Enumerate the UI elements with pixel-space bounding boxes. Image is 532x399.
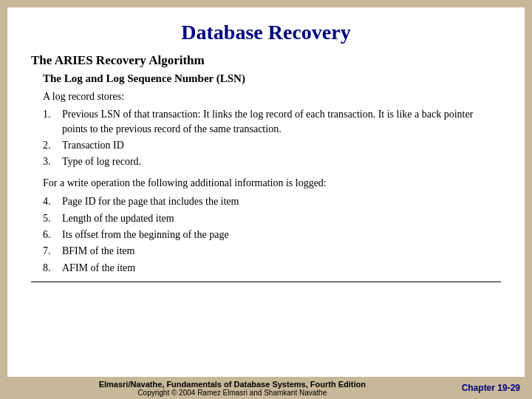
write-list-text: Its offset from the beginning of the pag… <box>62 228 501 242</box>
write-list-num: 8. <box>43 261 62 276</box>
chapter-label: Chapter 19-29 <box>457 381 525 395</box>
write-list-item: 6.Its offset from the beginning of the p… <box>43 228 501 242</box>
write-list-num: 5. <box>43 211 62 226</box>
list-num: 3. <box>43 154 62 169</box>
list-item: 2.Transaction ID <box>43 138 501 153</box>
list-text: Transaction ID <box>62 138 501 153</box>
list-num: 1. <box>43 107 62 137</box>
write-list-item: 4.Page ID for the page that includes the… <box>43 194 501 209</box>
write-list-num: 7. <box>43 244 62 259</box>
list-item: 1.Previous LSN of that transaction: It l… <box>43 107 501 137</box>
footer-main-text: Elmasri/Navathe, Fundamentals of Databas… <box>7 380 457 389</box>
write-list-text: AFIM of the item <box>62 261 501 276</box>
footer-divider <box>31 282 501 282</box>
subsection-heading: The Log and Log Sequence Number (LSN) <box>43 72 501 85</box>
footer-citation: Elmasri/Navathe, Fundamentals of Databas… <box>7 380 457 397</box>
write-list-text: Page ID for the page that includes the i… <box>62 194 501 209</box>
intro-text: A log record stores: <box>43 89 501 104</box>
write-list-num: 4. <box>43 194 62 209</box>
slide-container: Database Recovery The ARIES Recovery Alg… <box>7 7 525 377</box>
write-list-text: BFIM of the item <box>62 244 501 259</box>
section-heading: The ARIES Recovery Algorithm <box>31 53 501 68</box>
write-list-item: 5.Length of the updated item <box>43 211 501 226</box>
write-list-num: 6. <box>43 228 62 242</box>
slide-title: Database Recovery <box>31 21 501 44</box>
footer-sub-text: Copyright © 2004 Ramez Elmasri and Shamk… <box>7 389 457 397</box>
write-list: 4.Page ID for the page that includes the… <box>43 194 501 275</box>
write-op-text: For a write operation the following addi… <box>43 176 501 191</box>
list-item: 3.Type of log record. <box>43 154 501 169</box>
list-num: 2. <box>43 138 62 153</box>
write-list-item: 8.AFIM of the item <box>43 261 501 276</box>
list-text: Type of log record. <box>62 154 501 169</box>
footer: Elmasri/Navathe, Fundamentals of Databas… <box>0 377 532 399</box>
write-list-item: 7.BFIM of the item <box>43 244 501 259</box>
write-list-text: Length of the updated item <box>62 211 501 226</box>
main-list: 1.Previous LSN of that transaction: It l… <box>43 107 501 170</box>
list-text: Previous LSN of that transaction: It lin… <box>62 107 501 137</box>
